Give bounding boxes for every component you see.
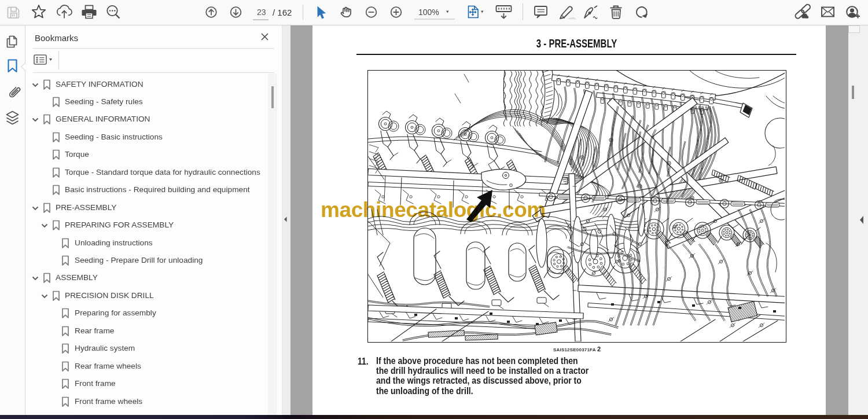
svg-text:100%: 100%	[418, 8, 439, 17]
svg-text:23: 23	[257, 8, 266, 17]
svg-text:/ 162: / 162	[273, 8, 292, 17]
